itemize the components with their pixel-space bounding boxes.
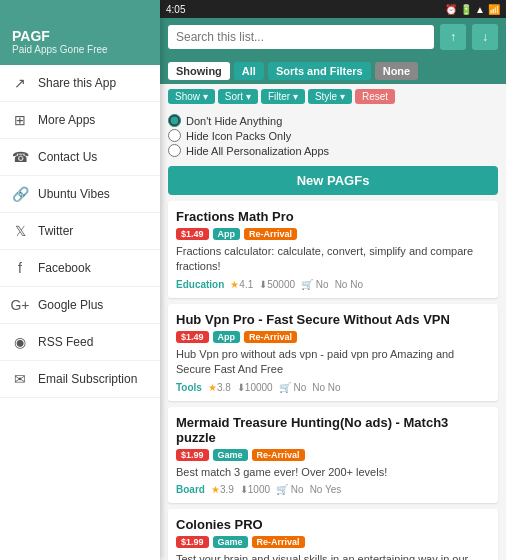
email-icon: ✉ <box>12 371 28 387</box>
tab-sorts-filters[interactable]: Sorts and Filters <box>268 62 371 80</box>
drawer-item-googleplus[interactable]: G+ Google Plus <box>0 287 160 324</box>
alarm-icon: ⏰ <box>445 4 457 15</box>
main-panel: 4:05 ⏰ 🔋 ▲ 📶 ↑ ↓ Showing All Sorts and F… <box>160 0 506 560</box>
filter-bar: Show ▾ Sort ▾ Filter ▾ Style ▾ Reset <box>160 84 506 109</box>
drawer-item-contact[interactable]: ☎ Contact Us <box>0 139 160 176</box>
drawer-app-subtitle: Paid Apps Gone Free <box>12 44 148 55</box>
drawer-item-label-email: Email Subscription <box>38 372 137 386</box>
drawer-item-more-apps[interactable]: ⊞ More Apps <box>0 102 160 139</box>
radio-hide-personalization-input[interactable] <box>168 144 181 157</box>
app-card: Mermaid Treasure Hunting(No ads) - Match… <box>168 407 498 503</box>
app-description: Fractions calculator: calculate, convert… <box>176 244 490 275</box>
app-no-iap: 🛒 No <box>279 382 307 393</box>
app-title: Mermaid Treasure Hunting(No ads) - Match… <box>176 415 490 445</box>
drawer-item-label-facebook: Facebook <box>38 261 91 275</box>
radio-hide-icon-packs[interactable]: Hide Icon Packs Only <box>168 128 498 143</box>
app-no-iap: 🛒 No <box>301 279 329 290</box>
radio-hide-icon-packs-label: Hide Icon Packs Only <box>186 130 291 142</box>
price-badge: $1.99 <box>176 536 209 548</box>
badge-row: $1.99 Game Re-Arrival <box>176 536 490 548</box>
scroll-down-button[interactable]: ↓ <box>472 24 498 50</box>
tabs-row: Showing All Sorts and Filters None <box>160 56 506 84</box>
app-title: Colonies PRO <box>176 517 490 532</box>
price-badge: $1.49 <box>176 331 209 343</box>
status-badge: Re-Arrival <box>244 331 297 343</box>
drawer-item-label-ubuntu: Ubuntu Vibes <box>38 187 110 201</box>
type-badge: App <box>213 228 241 240</box>
twitter-icon: 𝕏 <box>12 223 28 239</box>
badge-row: $1.49 App Re-Arrival <box>176 331 490 343</box>
drawer-app-title: PAGF <box>12 28 148 44</box>
filter-show[interactable]: Show ▾ <box>168 89 215 104</box>
status-bar: 4:05 ⏰ 🔋 ▲ 📶 <box>160 0 506 18</box>
facebook-icon: f <box>12 260 28 276</box>
drawer-item-facebook[interactable]: f Facebook <box>0 250 160 287</box>
filter-sort[interactable]: Sort ▾ <box>218 89 258 104</box>
price-badge: $1.49 <box>176 228 209 240</box>
battery-icon: 🔋 <box>460 4 472 15</box>
drawer-item-label-rss: RSS Feed <box>38 335 93 349</box>
status-icons: ⏰ 🔋 ▲ 📶 <box>445 4 500 15</box>
app-list: Fractions Math Pro $1.49 App Re-Arrival … <box>160 201 506 560</box>
app-downloads: ⬇50000 <box>259 279 295 290</box>
app-description: Hub Vpn pro without ads vpn - paid vpn p… <box>176 347 490 378</box>
app-no-ads: No No <box>312 382 340 393</box>
app-title: Fractions Math Pro <box>176 209 490 224</box>
app-downloads: ⬇10000 <box>237 382 273 393</box>
price-badge: $1.99 <box>176 449 209 461</box>
app-no-ads: No No <box>335 279 363 290</box>
tab-all[interactable]: All <box>234 62 264 80</box>
apps-icon: ⊞ <box>12 112 28 128</box>
app-rating: ★3.8 <box>208 382 231 393</box>
share-icon: ↗ <box>12 75 28 91</box>
badge-row: $1.99 Game Re-Arrival <box>176 449 490 461</box>
status-badge: Re-Arrival <box>252 536 305 548</box>
drawer-item-label-share: Share this App <box>38 76 116 90</box>
drawer-item-label-twitter: Twitter <box>38 224 73 238</box>
tab-none[interactable]: None <box>375 62 419 80</box>
drawer-item-twitter[interactable]: 𝕏 Twitter <box>0 213 160 250</box>
app-category: Education <box>176 279 224 290</box>
badge-row: $1.49 App Re-Arrival <box>176 228 490 240</box>
contact-icon: ☎ <box>12 149 28 165</box>
top-bar: ↑ ↓ <box>160 18 506 56</box>
app-meta: Board ★3.9 ⬇1000 🛒 No No Yes <box>176 484 490 495</box>
type-badge: Game <box>213 449 248 461</box>
radio-hide-icon-packs-input[interactable] <box>168 129 181 142</box>
radio-hide-personalization-label: Hide All Personalization Apps <box>186 145 329 157</box>
scroll-up-button[interactable]: ↑ <box>440 24 466 50</box>
radio-dont-hide-input[interactable] <box>168 114 181 127</box>
navigation-drawer: PAGF Paid Apps Gone Free ↗ Share this Ap… <box>0 0 160 560</box>
app-category: Board <box>176 484 205 495</box>
drawer-item-email[interactable]: ✉ Email Subscription <box>0 361 160 398</box>
app-description: Test your brain and visual skills in an … <box>176 552 490 560</box>
filter-filter[interactable]: Filter ▾ <box>261 89 305 104</box>
filter-style[interactable]: Style ▾ <box>308 89 352 104</box>
tab-showing[interactable]: Showing <box>168 62 230 80</box>
drawer-item-label-more-apps: More Apps <box>38 113 95 127</box>
status-badge: Re-Arrival <box>244 228 297 240</box>
filter-reset[interactable]: Reset <box>355 89 395 104</box>
wifi-icon: ▲ <box>475 4 485 15</box>
star-icon: ★ <box>230 279 239 290</box>
drawer-item-ubuntu[interactable]: 🔗 Ubuntu Vibes <box>0 176 160 213</box>
radio-dont-hide[interactable]: Don't Hide Anything <box>168 113 498 128</box>
drawer-header: PAGF Paid Apps Gone Free <box>0 0 160 65</box>
drawer-item-label-googleplus: Google Plus <box>38 298 103 312</box>
drawer-item-share[interactable]: ↗ Share this App <box>0 65 160 102</box>
app-no-ads: No Yes <box>310 484 342 495</box>
link-icon: 🔗 <box>12 186 28 202</box>
app-rating: ★3.9 <box>211 484 234 495</box>
drawer-item-rss[interactable]: ◉ RSS Feed <box>0 324 160 361</box>
app-card: Hub Vpn Pro - Fast Secure Without Ads VP… <box>168 304 498 401</box>
app-downloads: ⬇1000 <box>240 484 270 495</box>
signal-icon: 📶 <box>488 4 500 15</box>
rss-icon: ◉ <box>12 334 28 350</box>
app-meta: Tools ★3.8 ⬇10000 🛒 No No No <box>176 382 490 393</box>
app-category: Tools <box>176 382 202 393</box>
app-meta: Education ★4.1 ⬇50000 🛒 No No No <box>176 279 490 290</box>
new-pagfs-button[interactable]: New PAGFs <box>168 166 498 195</box>
search-input[interactable] <box>168 25 434 49</box>
status-time: 4:05 <box>166 4 185 15</box>
radio-hide-personalization[interactable]: Hide All Personalization Apps <box>168 143 498 158</box>
